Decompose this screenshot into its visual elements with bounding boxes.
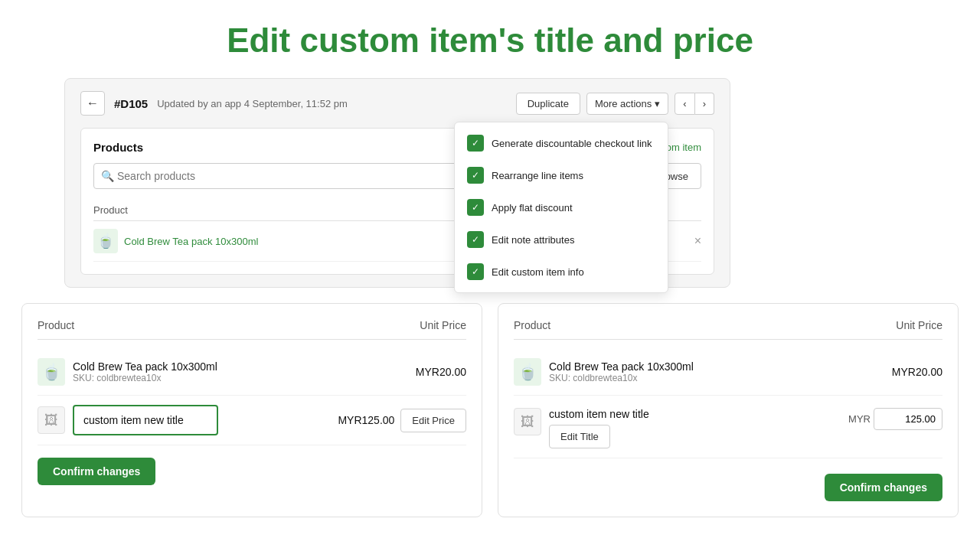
dropdown-item-custom-info[interactable]: ✓ Edit custom item info <box>455 256 668 288</box>
chevron-down-icon: ▾ <box>655 98 660 109</box>
price-input-wrap: MYR <box>848 408 942 430</box>
panel-product-image-1: 🍵 <box>38 358 65 386</box>
more-actions-button[interactable]: More actions ▾ <box>586 93 668 115</box>
panel-left-col-price: Unit Price <box>420 319 466 331</box>
more-actions-label: More actions <box>595 98 652 109</box>
panel-left-col-product: Product <box>38 319 74 331</box>
title-input[interactable] <box>73 405 218 435</box>
panel-product-name-1: Cold Brew Tea pack 10x300ml <box>73 360 217 373</box>
currency-label: MYR <box>848 413 871 425</box>
edit-title-button[interactable]: Edit Title <box>549 425 610 448</box>
check-icon-custom-info: ✓ <box>467 263 484 280</box>
panel-right-row-2: 🖼 custom item new title Edit Title MYR <box>514 396 942 458</box>
dropdown-item-rearrange[interactable]: ✓ Rearrange line items <box>455 159 668 191</box>
remove-button[interactable]: × <box>694 234 701 248</box>
check-icon-rearrange: ✓ <box>467 167 484 184</box>
panel-right-product-placeholder-2: 🖼 <box>514 408 541 435</box>
panel-right-product-info-2: custom item new title Edit Title <box>549 408 649 448</box>
panel-right: Product Unit Price 🍵 Cold Brew Tea pack … <box>498 303 959 517</box>
order-id: #D105 <box>114 97 148 110</box>
nav-next-button[interactable]: › <box>695 93 714 115</box>
panel-right-product-name-1: Cold Brew Tea pack 10x300ml <box>549 360 694 373</box>
panel-right-product-info-1: Cold Brew Tea pack 10x300ml SKU: coldbre… <box>549 360 694 383</box>
back-button[interactable]: ← <box>80 91 105 116</box>
edit-price-button[interactable]: Edit Price <box>400 409 466 432</box>
panel-left-row-1: 🍵 Cold Brew Tea pack 10x300ml SKU: coldb… <box>38 349 466 396</box>
dropdown-item-discount[interactable]: ✓ Apply flat discount <box>455 191 668 223</box>
panel-left: Product Unit Price 🍵 Cold Brew Tea pack … <box>21 303 482 517</box>
panel-right-product-sku-1: SKU: coldbrewtea10x <box>549 373 694 383</box>
confirm-changes-button-left[interactable]: Confirm changes <box>38 458 155 485</box>
order-card: ← #D105 Updated by an app 4 September, 1… <box>64 78 730 288</box>
panel-left-header: Product Unit Price <box>38 319 466 340</box>
dropdown-item-label-discount: Apply flat discount <box>492 202 573 214</box>
panel-left-row-2: 🖼 MYR125.00 Edit Price <box>38 396 466 445</box>
products-title: Products <box>93 141 143 154</box>
product-image: 🍵 <box>93 229 118 253</box>
product-link[interactable]: Cold Brew Tea pack 10x300ml <box>124 236 258 247</box>
panel-right-product-price-1: MYR20.00 <box>892 366 942 378</box>
panel-product-price-2: MYR125.00 <box>338 414 394 426</box>
check-icon-discount: ✓ <box>467 199 484 216</box>
dropdown-item-note[interactable]: ✓ Edit note attributes <box>455 223 668 256</box>
dropdown-item-label-custom-info: Edit custom item info <box>492 266 584 278</box>
nav-arrows: ‹ › <box>675 93 714 115</box>
panel-product-placeholder-2: 🖼 <box>38 406 65 434</box>
panel-right-product-title-2: custom item new title <box>549 408 649 420</box>
panel-product-price-1: MYR20.00 <box>416 366 466 378</box>
search-icon: 🔍 <box>101 170 114 182</box>
panel-product-sku-1: SKU: coldbrewtea10x <box>73 373 217 383</box>
order-header: ← #D105 Updated by an app 4 September, 1… <box>80 91 714 116</box>
order-meta: Updated by an app 4 September, 11:52 pm <box>157 98 348 109</box>
page-title: Edit custom item's title and price <box>0 0 980 78</box>
check-icon-note: ✓ <box>467 231 484 248</box>
panel-right-product-image-1: 🍵 <box>514 358 541 386</box>
price-input[interactable] <box>874 408 942 430</box>
panel-right-row-1: 🍵 Cold Brew Tea pack 10x300ml SKU: coldb… <box>514 349 942 396</box>
dropdown-item-label-note: Edit note attributes <box>492 234 574 246</box>
panel-right-col-price: Unit Price <box>896 319 942 331</box>
panel-right-col-product: Product <box>514 319 550 331</box>
dropdown-item-label-generate: Generate discountable checkout link <box>492 138 652 149</box>
check-icon-generate: ✓ <box>467 135 484 152</box>
title-input-wrap <box>73 405 307 435</box>
duplicate-button[interactable]: Duplicate <box>516 93 580 115</box>
panel-product-info-1: Cold Brew Tea pack 10x300ml SKU: coldbre… <box>73 360 217 383</box>
panel-right-header: Product Unit Price <box>514 319 942 340</box>
order-actions: Duplicate More actions ▾ ‹ › <box>516 93 714 115</box>
dropdown-menu: ✓ Generate discountable checkout link ✓ … <box>454 122 668 293</box>
dropdown-item-label-rearrange: Rearrange line items <box>492 170 583 181</box>
confirm-changes-button-right[interactable]: Confirm changes <box>825 474 942 501</box>
nav-prev-button[interactable]: ‹ <box>675 93 694 115</box>
dropdown-item-generate[interactable]: ✓ Generate discountable checkout link <box>455 127 668 159</box>
